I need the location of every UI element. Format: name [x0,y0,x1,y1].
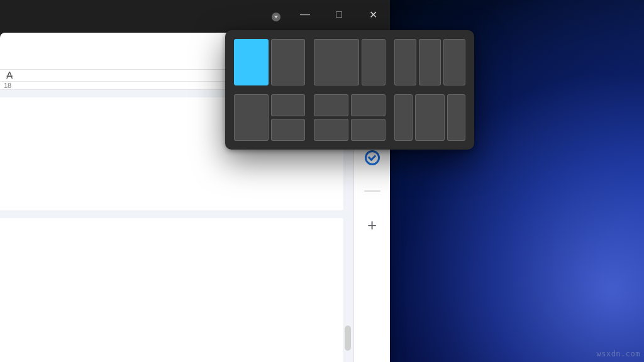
maximize-button[interactable]: □ [322,0,356,29]
snap-zone[interactable] [314,119,348,141]
snap-zone[interactable] [314,94,348,116]
clear-format-icon[interactable]: A̶ [3,70,15,81]
snap-zone[interactable] [271,94,306,116]
snap-zone[interactable] [394,94,413,141]
snap-layout-quad[interactable] [314,94,385,141]
tasks-icon[interactable] [365,150,380,165]
snap-zone[interactable] [234,94,269,141]
snap-layout-side-stack[interactable] [234,94,305,141]
document-card [0,218,343,362]
snap-zone[interactable] [447,94,465,141]
snap-zone[interactable] [419,39,441,85]
close-button[interactable]: ✕ [356,0,390,29]
snap-layout-thirds[interactable] [394,39,465,85]
minimize-button[interactable]: — [288,0,322,29]
add-addon-button[interactable]: + [367,217,377,233]
snap-zone[interactable] [314,39,359,85]
snap-zone[interactable] [394,39,416,85]
side-panel-separator [364,190,380,192]
snap-zone[interactable] [234,39,269,85]
snap-layout-5050[interactable] [234,39,305,85]
snap-zone[interactable] [271,39,306,85]
ruler-value: 18 [4,82,11,89]
snap-layouts-flyout [225,30,474,150]
snap-zone[interactable] [443,39,465,85]
window-titlebar: — □ ✕ [0,0,390,29]
scrollbar-thumb[interactable] [345,326,351,351]
snap-zone[interactable] [351,119,386,141]
snap-layout-three-wide[interactable] [394,94,465,141]
snap-zone[interactable] [415,94,445,141]
extension-dropdown-icon[interactable] [272,13,280,21]
snap-zone[interactable] [351,94,386,116]
watermark: wsxdn.com [596,349,640,358]
snap-zone[interactable] [362,39,386,85]
snap-zone[interactable] [271,119,306,141]
snap-layout-7030[interactable] [314,39,385,85]
